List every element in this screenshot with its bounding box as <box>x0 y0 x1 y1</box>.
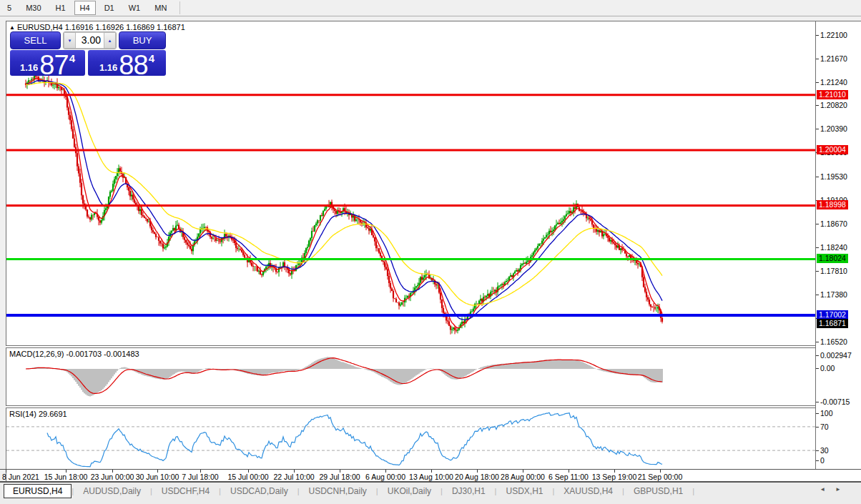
chart-tab-usdcad[interactable]: USDCAD,Daily <box>221 484 297 498</box>
buy-price-pip: 4 <box>149 52 154 64</box>
price-tick-mark <box>816 82 819 83</box>
timeframe-button-5[interactable]: 5 <box>1 1 17 14</box>
level-price-label: 1.18024 <box>817 254 848 263</box>
timeframe-toolbar: 5M30H1H4D1W1MN <box>0 0 861 16</box>
date-label: 6 Aug 00:00 <box>365 473 405 481</box>
macd-tick-mark <box>816 402 819 402</box>
main-macd-splitter[interactable] <box>6 345 815 348</box>
sell-button[interactable]: SELL <box>10 31 61 49</box>
chart-tab-xauusd[interactable]: XAUUSD,H4 <box>554 484 622 498</box>
rsi-tick-label: 30 <box>820 446 829 455</box>
chart-tab-usdx[interactable]: USDX,H1 <box>496 484 552 498</box>
level-price-label: 1.20004 <box>817 145 848 154</box>
price-tick-mark <box>816 129 819 129</box>
price-tick-mark <box>816 295 819 295</box>
date-label: 28 Aug 00:00 <box>501 473 545 481</box>
timeframe-button-h1[interactable]: H1 <box>50 1 72 14</box>
timeframe-button-w1[interactable]: W1 <box>123 1 147 14</box>
timeframe-button-d1[interactable]: D1 <box>99 1 120 14</box>
price-tick-mark <box>816 35 819 36</box>
rsi-tick-mark <box>816 413 819 414</box>
rsi-tick-label: 100 <box>820 409 833 417</box>
buy-price-prefix: 1.16 <box>99 63 117 72</box>
rsi-tick-mark <box>816 460 819 461</box>
macd-tick-label: -0.00715 <box>820 397 850 406</box>
date-label: 21 Sep 00:00 <box>638 473 682 481</box>
price-tick-label: 1.17380 <box>820 290 847 299</box>
price-tick-label: 1.20820 <box>820 101 847 109</box>
chart-tab-eurusd[interactable]: EURUSD,H4 <box>4 484 72 498</box>
chart-ohlc-values: 1.16916 1.16926 1.16869 1.16871 <box>65 23 185 31</box>
date-label: 8 Jun 2021 <box>2 473 39 481</box>
rsi-tick-mark <box>816 427 819 428</box>
level-price-label: 1.21010 <box>817 90 848 99</box>
rsi-tick-label: 0 <box>820 456 825 465</box>
date-label: 15 Jun 18:00 <box>44 473 88 481</box>
price-tick-mark <box>816 177 819 177</box>
macd-tick-label: 0.00 <box>820 364 835 372</box>
timeframe-button-mn[interactable]: MN <box>149 1 172 14</box>
sell-price-prefix: 1.16 <box>20 63 38 72</box>
macd-rsi-splitter[interactable] <box>6 405 815 408</box>
chart-tab-dj30[interactable]: DJ30,H1 <box>443 484 495 498</box>
price-tick-mark <box>816 224 819 224</box>
date-label: 23 Jun 00:00 <box>91 473 134 481</box>
date-label: 20 Aug 18:00 <box>455 473 499 481</box>
rsi-tick-label: 70 <box>820 423 829 431</box>
current-price-label: 1.16871 <box>817 319 848 328</box>
chart-tab-gbpusd[interactable]: GBPUSD,H1 <box>624 484 692 498</box>
tab-scroll-arrows: ◄► <box>820 486 851 493</box>
date-label: 7 Jul 18:00 <box>182 473 218 481</box>
rsi-panel-canvas[interactable] <box>6 408 815 468</box>
lot-decrease-button[interactable]: ▼ <box>64 32 76 49</box>
timeframe-button-m30[interactable]: M30 <box>20 1 46 14</box>
price-tick-mark <box>816 271 819 272</box>
buy-price-button[interactable]: 1.16884 <box>88 50 166 76</box>
chart-tab-bar: EURUSD,H4|AUDUSD,Daily|USDCHF,H4|USDCAD,… <box>0 482 861 504</box>
macd-indicator-label: MACD(12,26,9) -0.001703 -0.001483 <box>9 350 139 358</box>
toolbar-separator <box>179 1 180 14</box>
tab-scroll-right-icon[interactable]: ► <box>835 486 851 493</box>
price-tick-mark <box>816 247 819 248</box>
chart-tab-usdchf[interactable]: USDCHF,H4 <box>152 484 219 498</box>
macd-tick-label: 0.002947 <box>820 351 852 360</box>
lot-size-stepper: ▼ 3.00 ▲ <box>63 31 117 49</box>
date-label: 13 Aug 10:00 <box>409 473 453 481</box>
chart-tab-audusd[interactable]: AUDUSD,Daily <box>74 484 150 498</box>
lot-size-value[interactable]: 3.00 <box>76 32 104 49</box>
rsi-indicator-label: RSI(14) 29.6691 <box>9 410 67 418</box>
price-tick-label: 1.16520 <box>820 337 847 346</box>
lot-increase-button[interactable]: ▲ <box>104 32 116 49</box>
date-label: 29 Jul 18:00 <box>319 473 360 481</box>
chart-symbol-period: EURUSD,H4 <box>17 23 63 31</box>
price-tick-label: 1.21670 <box>820 54 847 63</box>
collapse-panel-icon[interactable]: ▲ <box>9 24 15 31</box>
price-tick-mark <box>816 342 819 342</box>
tab-scroll-left-icon[interactable]: ◄ <box>820 486 835 493</box>
sell-price-big: 87 <box>39 54 68 76</box>
price-tick-mark <box>816 105 819 106</box>
sell-price-button[interactable]: 1.16874 <box>10 50 85 76</box>
mt4-terminal-window: 5M30H1H4D1W1MN ▲ EURUSD,H4 1.16916 1.169… <box>0 0 861 504</box>
one-click-trading-panel: SELL ▼ 3.00 ▲ BUY 1.16874 1.16884 <box>10 31 166 76</box>
timeframe-button-h4[interactable]: H4 <box>74 1 96 15</box>
price-tick-label: 1.21240 <box>820 78 847 87</box>
level-price-label: 1.18998 <box>817 200 848 209</box>
price-tick-label: 1.18670 <box>820 219 847 228</box>
date-label: 13 Sep 19:00 <box>592 473 636 481</box>
chart-tab-usdcnh[interactable]: USDCNH,Daily <box>300 484 376 498</box>
price-tick-label: 1.19530 <box>820 172 847 181</box>
price-tick-label: 1.22100 <box>820 31 847 39</box>
price-tick-label: 1.20390 <box>820 124 847 133</box>
date-label: 15 Jul 00:00 <box>227 473 268 481</box>
buy-button[interactable]: BUY <box>119 31 166 49</box>
buy-price-big: 88 <box>119 54 147 76</box>
date-label: 22 Jul 10:00 <box>273 473 314 481</box>
price-tick-label: 1.17810 <box>820 267 847 275</box>
rsi-tick-mark <box>816 450 819 451</box>
chart-tab-ukoil[interactable]: UKOil,Daily <box>378 484 441 498</box>
tab-divider: | <box>692 487 694 495</box>
price-tick-label: 1.18240 <box>820 243 847 252</box>
sell-price-pip: 4 <box>69 52 75 64</box>
macd-tick-mark <box>816 368 819 369</box>
